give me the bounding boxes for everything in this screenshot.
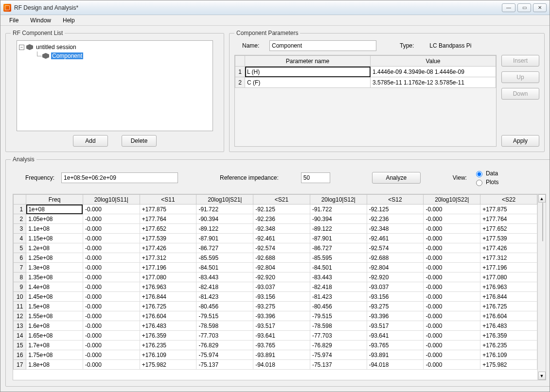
grid-cell[interactable]: 1.15e+08	[26, 234, 83, 243]
grid-cell[interactable]: -93.891	[253, 350, 310, 360]
menu-help[interactable]: Help	[58, 16, 80, 25]
grid-cell[interactable]: 1e+08	[26, 205, 83, 214]
scroll-thumb[interactable]	[542, 203, 543, 241]
add-button[interactable]: Add	[73, 135, 108, 147]
grid-cell[interactable]: 1.6e+08	[26, 321, 83, 331]
grid-cell[interactable]: -92.804	[367, 263, 424, 273]
grid-cell[interactable]: +177.426	[480, 243, 537, 253]
grid-cell[interactable]: -0.000	[424, 243, 480, 253]
grid-cell[interactable]: -0.000	[83, 282, 140, 292]
grid-cell[interactable]: -85.595	[310, 253, 367, 263]
col-parameter-name[interactable]: Parameter name	[245, 56, 371, 67]
grid-column-header[interactable]: <S21	[253, 195, 310, 205]
grid-row[interactable]: 41.15e+08-0.000+177.539-87.901-92.461-87…	[14, 234, 537, 243]
grid-cell[interactable]: -93.156	[367, 292, 424, 302]
grid-row[interactable]: 121.55e+08-0.000+176.604-79.515-93.396-7…	[14, 311, 537, 321]
grid-cell[interactable]: -92.804	[253, 263, 310, 273]
grid-cell[interactable]: +176.235	[480, 341, 537, 350]
grid-cell[interactable]: -76.829	[310, 341, 367, 350]
menu-file[interactable]: File	[4, 16, 23, 25]
grid-cell[interactable]: -78.598	[310, 321, 367, 331]
grid-cell[interactable]: -92.348	[253, 224, 310, 234]
grid-cell[interactable]: 1.05e+08	[26, 214, 83, 224]
grid-cell[interactable]: -93.517	[367, 321, 424, 331]
view-plots-radio-input[interactable]	[476, 180, 482, 186]
grid-cell[interactable]: +177.196	[480, 263, 537, 273]
grid-cell[interactable]: -0.000	[424, 321, 480, 331]
insert-button[interactable]: Insert	[501, 55, 539, 67]
apply-button[interactable]: Apply	[501, 135, 539, 147]
grid-cell[interactable]: -0.000	[424, 341, 480, 350]
grid-row[interactable]: 31.1e+08-0.000+177.652-89.122-92.348-89.…	[14, 224, 537, 234]
grid-cell[interactable]: -82.418	[196, 282, 253, 292]
grid-cell[interactable]: -93.156	[253, 292, 310, 302]
param-name-cell[interactable]: L (H)	[245, 67, 371, 77]
maximize-button[interactable]: ▭	[517, 3, 531, 12]
grid-cell[interactable]: -0.000	[424, 273, 480, 282]
grid-cell[interactable]: -93.275	[367, 302, 424, 311]
grid-column-header[interactable]: Freq	[26, 195, 83, 205]
grid-cell[interactable]: -92.920	[367, 273, 424, 282]
param-value-cell[interactable]: 3.5785e-11 1.1762e-12 3.5785e-11	[371, 77, 496, 88]
grid-cell[interactable]: -92.574	[367, 243, 424, 253]
grid-cell[interactable]: -93.275	[253, 302, 310, 311]
grid-row[interactable]: 151.7e+08-0.000+176.235-76.829-93.765-76…	[14, 341, 537, 350]
grid-cell[interactable]: -92.574	[253, 243, 310, 253]
grid-cell[interactable]: -92.920	[253, 273, 310, 282]
grid-column-header[interactable]: 20log10|S12|	[310, 195, 367, 205]
grid-cell[interactable]: -75.974	[310, 350, 367, 360]
grid-cell[interactable]: -80.456	[196, 302, 253, 311]
grid-cell[interactable]: -0.000	[83, 311, 140, 321]
grid-cell[interactable]: -93.037	[253, 282, 310, 292]
grid-cell[interactable]: -92.461	[253, 234, 310, 243]
grid-row[interactable]: 71.3e+08-0.000+177.196-84.501-92.804-84.…	[14, 263, 537, 273]
grid-cell[interactable]: 1.5e+08	[26, 302, 83, 311]
grid-cell[interactable]: -86.727	[196, 243, 253, 253]
grid-cell[interactable]: -93.641	[253, 331, 310, 341]
grid-cell[interactable]: -75.137	[310, 360, 367, 370]
grid-cell[interactable]: +177.312	[140, 253, 196, 263]
grid-cell[interactable]: -0.000	[424, 302, 480, 311]
tree-child-row[interactable]: Component	[35, 51, 211, 60]
grid-cell[interactable]: 1.45e+08	[26, 292, 83, 302]
grid-row[interactable]: 131.6e+08-0.000+176.483-78.598-93.517-78…	[14, 321, 537, 331]
view-data-radio[interactable]: Data	[474, 170, 499, 177]
grid-cell[interactable]: -91.722	[196, 205, 253, 214]
grid-row[interactable]: 61.25e+08-0.000+177.312-85.595-92.688-85…	[14, 253, 537, 263]
grid-cell[interactable]: -0.000	[83, 243, 140, 253]
grid-cell[interactable]: -0.000	[424, 224, 480, 234]
grid-cell[interactable]: -0.000	[83, 292, 140, 302]
grid-cell[interactable]: +176.963	[480, 282, 537, 292]
grid-cell[interactable]: -81.423	[310, 292, 367, 302]
param-value-cell[interactable]: 1.4446e-09 4.3949e-08 1.4446e-09	[371, 67, 496, 77]
grid-cell[interactable]: -93.517	[253, 321, 310, 331]
grid-cell[interactable]: -83.443	[310, 273, 367, 282]
grid-cell[interactable]: +177.764	[140, 214, 196, 224]
grid-cell[interactable]: -0.000	[424, 263, 480, 273]
grid-cell[interactable]: -78.598	[196, 321, 253, 331]
grid-cell[interactable]: -80.456	[310, 302, 367, 311]
component-tree[interactable]: − untitled session Component	[17, 40, 213, 131]
grid-cell[interactable]: -84.501	[310, 263, 367, 273]
grid-cell[interactable]: -76.829	[196, 341, 253, 350]
grid-cell[interactable]: -75.137	[196, 360, 253, 370]
grid-cell[interactable]: -91.722	[310, 205, 367, 214]
grid-cell[interactable]: 1.8e+08	[26, 360, 83, 370]
grid-cell[interactable]: -0.000	[424, 292, 480, 302]
menu-window[interactable]: Window	[25, 16, 56, 25]
down-button[interactable]: Down	[501, 88, 539, 100]
grid-cell[interactable]: 1.3e+08	[26, 263, 83, 273]
grid-cell[interactable]: +175.982	[480, 360, 537, 370]
close-button[interactable]: ✕	[533, 3, 547, 12]
grid-cell[interactable]: +177.652	[140, 224, 196, 234]
grid-cell[interactable]: +177.080	[480, 273, 537, 282]
grid-cell[interactable]: +176.359	[480, 331, 537, 341]
grid-cell[interactable]: -0.000	[83, 341, 140, 350]
grid-cell[interactable]: -0.000	[83, 263, 140, 273]
grid-column-header[interactable]: <S12	[367, 195, 424, 205]
grid-cell[interactable]: +175.982	[140, 360, 196, 370]
grid-column-header[interactable]: 20log10|S22|	[424, 195, 480, 205]
grid-cell[interactable]: +176.109	[140, 350, 196, 360]
grid-row[interactable]: 91.4e+08-0.000+176.963-82.418-93.037-82.…	[14, 282, 537, 292]
grid-cell[interactable]: -0.000	[424, 205, 480, 214]
